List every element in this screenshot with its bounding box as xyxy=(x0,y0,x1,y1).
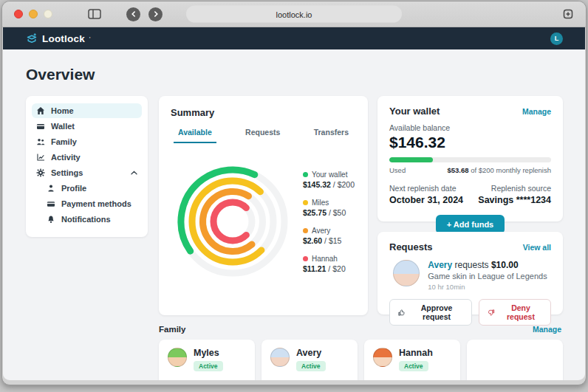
payment-icon xyxy=(47,199,55,208)
requests-title: Requests xyxy=(389,241,433,252)
available-balance: $146.32 xyxy=(389,134,551,151)
avatar-avery xyxy=(393,260,420,286)
family-manage-link[interactable]: Manage xyxy=(533,325,561,334)
close-button[interactable] xyxy=(14,10,23,18)
new-tab-icon[interactable] xyxy=(562,8,574,20)
approve-request-button[interactable]: Approve request xyxy=(389,299,472,326)
brand-mark: ' xyxy=(89,36,91,41)
url-text: lootlock.io xyxy=(276,10,312,18)
deny-request-button[interactable]: Deny request xyxy=(479,299,551,326)
radial-balance-chart xyxy=(171,159,295,283)
minimize-button[interactable] xyxy=(29,10,38,18)
sidebar-nav: Home Wallet Family Activity xyxy=(26,96,148,237)
avatar-avery-small xyxy=(270,348,290,367)
legend-item: Avery $2.60 / $15 xyxy=(303,227,355,245)
settings-icon xyxy=(36,168,45,177)
legend-dot-miles xyxy=(303,200,308,205)
your-wallet-card: Your wallet Manage Available balance $14… xyxy=(377,96,563,221)
tab-requests[interactable]: Requests xyxy=(241,128,284,143)
chart-legend: Your wallet $145.32 / $200 Miles $25.75 … xyxy=(303,171,356,273)
summary-tabs: Available Requests Transfers xyxy=(171,128,356,143)
status-badge: Active xyxy=(296,361,326,371)
thumbs-up-icon xyxy=(398,309,406,317)
sidebar-item-settings[interactable]: Settings xyxy=(32,165,142,180)
brand-name: Lootlock xyxy=(42,33,85,44)
address-bar[interactable]: lootlock.io xyxy=(186,6,402,23)
status-badge: Active xyxy=(399,361,428,371)
view-all-link[interactable]: View all xyxy=(523,243,551,252)
legend-dot-hannah xyxy=(303,256,308,261)
lootlock-logo-icon xyxy=(26,32,38,44)
sidebar-item-payment-methods[interactable]: Payment methods xyxy=(32,196,142,211)
tab-transfers[interactable]: Transfers xyxy=(310,128,353,143)
request-item: Avery requests $10.00 Game skin in Leagu… xyxy=(389,260,551,291)
replenish-source: Savings ****1234 xyxy=(478,195,551,205)
wallet-icon xyxy=(36,122,45,131)
legend-dot-your-wallet xyxy=(303,172,308,177)
tab-available[interactable]: Available xyxy=(174,128,216,143)
back-button[interactable] xyxy=(126,7,140,21)
replenish-source-block: Replenish source Savings ****1234 xyxy=(478,184,551,205)
sidebar-item-activity[interactable]: Activity xyxy=(32,150,142,165)
legend-item: Your wallet $145.32 / $200 xyxy=(303,171,355,189)
browser-window: lootlock.io Lootlock' L Overview Home xyxy=(1,1,587,385)
avatar-hannah xyxy=(373,348,392,367)
page-title: Overview xyxy=(26,66,563,83)
back-icon xyxy=(126,7,140,21)
member-card-avery[interactable]: Avery Active Available balance xyxy=(261,340,358,380)
used-detail: $53.68 of $200 monthly replenish xyxy=(448,166,552,174)
user-avatar[interactable]: L xyxy=(550,32,563,45)
member-card-myles[interactable]: Myles Active Available balance xyxy=(159,340,255,380)
notifications-icon xyxy=(47,215,55,224)
home-icon xyxy=(36,106,45,115)
family-icon xyxy=(36,137,45,146)
brand-logo[interactable]: Lootlock' xyxy=(26,32,91,44)
forward-button[interactable] xyxy=(148,7,163,21)
sidebar-toggle-icon[interactable] xyxy=(88,9,101,19)
wallet-manage-link[interactable]: Manage xyxy=(522,107,551,116)
forward-icon xyxy=(148,7,163,21)
sidebar-item-notifications[interactable]: Notifications xyxy=(32,212,142,227)
request-summary: Avery requests $10.00 xyxy=(428,260,547,270)
request-time: 10 hr 10min xyxy=(428,283,547,291)
legend-item: Miles $25.75 / $50 xyxy=(303,199,355,217)
wallet-title: Your wallet xyxy=(389,106,440,117)
browser-chrome: lootlock.io xyxy=(2,1,586,27)
used-label: Used xyxy=(389,166,406,174)
chevron-up-icon xyxy=(131,171,137,175)
replenish-date: October 31, 2024 xyxy=(389,195,463,205)
replenish-date-block: Next replenish date October 31, 2024 xyxy=(389,184,463,205)
requests-card: Requests View all Avery requests $10.00 … xyxy=(377,232,563,314)
thumbs-down-icon xyxy=(488,309,495,317)
sidebar-item-profile[interactable]: Profile xyxy=(32,181,142,196)
window-controls xyxy=(14,10,52,18)
status-badge: Active xyxy=(194,361,223,371)
profile-icon xyxy=(47,184,55,193)
sidebar-item-wallet[interactable]: Wallet xyxy=(32,119,142,134)
member-card-hannah[interactable]: Hannah Active Available balance xyxy=(364,340,460,380)
zoom-button[interactable] xyxy=(44,10,52,18)
legend-dot-avery xyxy=(303,228,308,233)
sidebar-item-family[interactable]: Family xyxy=(32,134,142,149)
legend-item: Hannah $11.21 / $20 xyxy=(303,255,355,273)
sidebar-item-home[interactable]: Home xyxy=(32,103,142,118)
summary-title: Summary xyxy=(171,107,356,118)
activity-icon xyxy=(36,153,45,162)
avatar-myles xyxy=(168,348,187,367)
main-content: Overview Home Wallet Family xyxy=(3,49,585,380)
app-viewport: Lootlock' L Overview Home Wallet xyxy=(3,27,585,380)
balance-label: Available balance xyxy=(389,123,551,132)
wallet-progress-fill xyxy=(389,157,433,162)
family-cards: Myles Active Available balance Avery xyxy=(159,340,563,380)
request-description: Game skin in League of Legends xyxy=(428,272,547,281)
summary-card: Summary Available Requests Transfers xyxy=(159,96,368,315)
monthly-usage-bar xyxy=(389,157,551,162)
app-header: Lootlock' L xyxy=(3,27,585,49)
member-card-extra[interactable] xyxy=(467,340,563,380)
family-section-title: Family xyxy=(159,325,185,334)
